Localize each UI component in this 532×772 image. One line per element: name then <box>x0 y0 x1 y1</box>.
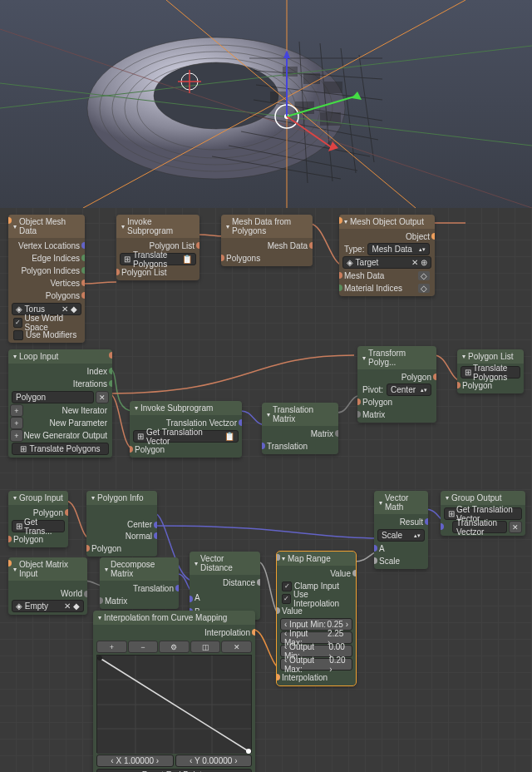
expand-icon[interactable]: ◇ <box>418 284 430 293</box>
svg-line-24 <box>287 96 357 116</box>
node-invoke-1[interactable]: ▾Invoke Subprogram Polygon List ⊞Transla… <box>116 215 200 280</box>
node-title: Mesh Data from Polygons <box>232 217 308 235</box>
node-title: Decompose Matrix <box>111 560 174 578</box>
node-title: Group Output <box>451 493 502 502</box>
target-field[interactable]: ◈ Target✕ ⊕ <box>342 256 431 269</box>
node-vec-math[interactable]: ▾Vector Math Result Scale▴▾ A Scale <box>374 491 428 569</box>
svg-line-13 <box>0 83 532 146</box>
viewport-overlay <box>0 0 532 208</box>
nodes-icon: ⊞ <box>124 255 131 264</box>
clip-icon[interactable]: ◫ <box>190 641 221 653</box>
node-invoke-2[interactable]: ▾Invoke Subprogram Translation Vectzor ⊞… <box>130 401 242 458</box>
node-title: Object Mesh Data <box>19 217 80 235</box>
close-icon[interactable]: ✕ <box>96 391 109 403</box>
node-group-output[interactable]: ▾Group Output ⊞Get Translation Vector Tr… <box>441 491 525 536</box>
node-title: Map Range <box>288 554 331 563</box>
output-max[interactable]: ‹ Output Max:0.20 › <box>280 658 352 671</box>
viewport-3d[interactable] <box>0 0 532 208</box>
node-obj-matrix[interactable]: ▾Object Matrix Input World ◈ Empty✕ ◆ <box>8 557 87 615</box>
node-title: Interpolation from Curve Mapping <box>104 613 227 622</box>
node-title: Group Input <box>19 493 63 502</box>
nodes-icon: ⊞ <box>20 444 27 453</box>
pivot-select[interactable]: Center▴▾ <box>387 384 431 396</box>
zoom-in-icon[interactable]: + <box>96 641 127 653</box>
svg-point-34 <box>97 656 102 661</box>
add-icon[interactable]: + <box>10 404 23 417</box>
node-group-input[interactable]: ▾Group Input Polygon ⊞Get Trans... Polyg… <box>8 491 68 547</box>
tools-icon[interactable]: ⚙ <box>159 641 190 653</box>
subprogram-btn[interactable]: ⊞Translate Polygons📋 <box>120 253 196 265</box>
node-curve[interactable]: ▾Interpolation from Curve Mapping Interp… <box>93 611 255 772</box>
svg-line-16 <box>83 0 466 208</box>
svg-line-14 <box>0 29 532 208</box>
checkbox-interp[interactable] <box>282 594 291 604</box>
node-mesh-polys[interactable]: ▾Mesh Data from Polygons Mesh Data Polyg… <box>221 215 313 266</box>
nodes-icon: ⊞ <box>137 432 144 441</box>
subprogram-btn[interactable]: ⊞Translate Polygons <box>12 443 109 455</box>
svg-point-35 <box>246 749 251 754</box>
node-mesh-out[interactable]: ▾Mesh Object Output Object Type:Mesh Dat… <box>339 215 435 296</box>
node-poly-info[interactable]: ▾Polygon Info Center Normal Polygon <box>86 491 157 557</box>
checkbox-world[interactable] <box>13 318 22 328</box>
node-title: Mesh Object Output <box>350 217 424 226</box>
close-icon[interactable]: ✕ <box>509 521 522 533</box>
expand-icon[interactable]: ◇ <box>418 271 430 280</box>
node-transform-poly[interactable]: ▾Transform Polyg... Polygon Pivot:Center… <box>357 346 436 423</box>
node-poly-list[interactable]: ▾Polygon List ⊞Translate Polygons Polygo… <box>457 349 524 393</box>
curve-y[interactable]: ‹ Y 0.00000 › <box>175 755 253 767</box>
reset-button[interactable]: Reset End Points <box>96 769 252 772</box>
node-title: Invoke Subprogram <box>140 403 213 413</box>
object-field[interactable]: ◈ Empty✕ ◆ <box>12 600 84 612</box>
subprogram-btn[interactable]: ⊞Get Translation Vector📋 <box>133 430 239 443</box>
subprogram-btn[interactable]: ⊞Translate Polygons <box>461 366 520 379</box>
svg-line-12 <box>0 46 532 108</box>
node-vec-dist[interactable]: ▾Vector Distance Distance A B <box>190 552 260 620</box>
node-loop-input[interactable]: ▾Loop Input Index Iterations Polygon✕ +N… <box>8 349 112 458</box>
svg-line-15 <box>166 0 416 208</box>
curve-widget[interactable] <box>96 655 252 753</box>
checkbox-clamp[interactable] <box>282 581 292 591</box>
node-object-mesh-data[interactable]: ▾Object Mesh Data Vertex Locations Edge … <box>8 215 85 343</box>
node-editor[interactable]: ▾Object Mesh Data Vertex Locations Edge … <box>0 208 532 772</box>
node-title: Translation Matrix <box>273 405 333 423</box>
checkbox-mods[interactable] <box>13 330 23 340</box>
delete-icon[interactable]: ✕ <box>221 641 252 653</box>
file-icon: 📋 <box>182 255 192 264</box>
node-title: Loop Input <box>19 352 58 361</box>
node-title: Transform Polyg... <box>368 349 431 367</box>
curve-x[interactable]: ‹ X 1.00000 › <box>96 755 174 767</box>
node-title: Vector Math <box>385 493 423 512</box>
node-title: Vector Distance <box>200 554 255 572</box>
add-icon[interactable]: + <box>10 417 23 429</box>
op-select[interactable]: Scale▴▾ <box>377 529 425 542</box>
node-title: Object Matrix Input <box>19 560 82 578</box>
collapse-icon[interactable]: ▾ <box>13 223 17 230</box>
subprogram-btn[interactable]: ⊞Get Trans... <box>12 520 65 532</box>
param-field[interactable]: Polygon <box>12 391 94 403</box>
type-select[interactable]: Mesh Data▴▾ <box>367 243 430 255</box>
node-title: Invoke Subprogram <box>127 217 195 235</box>
file-icon: 📋 <box>224 432 234 441</box>
node-decompose[interactable]: ▾Decompose Matrix Translation Matrix <box>100 557 179 609</box>
node-trans-matrix[interactable]: ▾Translation Matrix Matrix Translation <box>262 403 338 454</box>
zoom-out-icon[interactable]: − <box>128 641 159 653</box>
add-icon[interactable]: + <box>10 429 23 442</box>
node-title: Polygon Info <box>97 493 144 502</box>
node-title: Polygon List <box>468 352 513 361</box>
node-map-range[interactable]: ▾Map Range Value Clamp Input Use Interpo… <box>277 552 356 685</box>
